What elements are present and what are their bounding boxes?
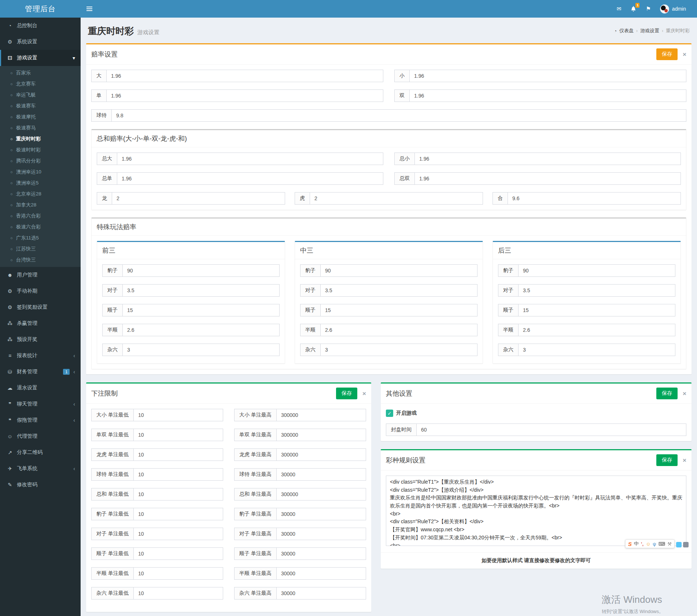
field-input[interactable] <box>409 70 686 82</box>
sidebar-item-list-8[interactable]: ≡报表统计‹ <box>0 348 81 364</box>
sidebar-item-gear-5[interactable]: ⚙签到奖励设置 <box>0 299 81 315</box>
close-time-input[interactable] <box>416 423 686 436</box>
odds-close-icon[interactable]: × <box>683 51 686 58</box>
sidebar-item-send-15[interactable]: ✈飞单系统‹ <box>0 461 81 477</box>
rules-save-button[interactable]: 保存 <box>656 454 678 466</box>
sidebar-item-cart-16[interactable]: ✎修改密码 <box>0 477 81 493</box>
sidebar-item-user-plus-13[interactable]: ☺代理管理 <box>0 428 81 444</box>
sidebar-subitem[interactable]: ○北京幸运28 <box>0 188 81 199</box>
field-input[interactable] <box>276 468 366 481</box>
field-input[interactable] <box>133 468 223 481</box>
flag-icon[interactable]: ⚑ <box>641 0 655 18</box>
sidebar-subitem[interactable]: ○极速赛车 <box>0 100 81 111</box>
sidebar-item-share-14[interactable]: ↗分享二维码 <box>0 444 81 461</box>
notifications-icon[interactable]: 1 <box>626 0 641 18</box>
sidebar-subitem[interactable]: ○北京赛车 <box>0 78 81 89</box>
field-input[interactable] <box>276 429 366 441</box>
field-input[interactable] <box>320 344 477 356</box>
sidebar-item-chat-11[interactable]: ❞聊天管理‹ <box>0 396 81 412</box>
tray-icon[interactable] <box>683 542 689 547</box>
sidebar-subitem[interactable]: ○极速赛马 <box>0 122 81 133</box>
sidebar-item-gear-4[interactable]: ⚙手动补期 <box>0 283 81 299</box>
sidebar-item-database-9[interactable]: ⛁财务管理1‹ <box>0 364 81 380</box>
field-input[interactable] <box>133 587 223 600</box>
sidebar-subitem[interactable]: ○加拿大28 <box>0 199 81 210</box>
field-input[interactable] <box>133 448 223 461</box>
ime-mic-icon[interactable]: ψ <box>653 541 656 547</box>
sogou-logo-icon[interactable]: S <box>628 541 632 547</box>
field-input[interactable] <box>122 324 280 336</box>
breadcrumb-dashboard[interactable]: 仪表盘 <box>619 27 634 34</box>
sidebar-subitem[interactable]: ○重庆时时彩 <box>0 133 81 144</box>
field-input[interactable] <box>310 192 483 205</box>
field-input[interactable] <box>518 284 675 297</box>
field-input[interactable] <box>414 153 681 165</box>
field-input[interactable] <box>276 448 366 461</box>
other-settings-close-icon[interactable]: × <box>683 390 686 397</box>
field-input[interactable] <box>276 587 366 600</box>
field-input[interactable] <box>518 324 675 336</box>
rules-textarea[interactable]: <div class="RuleT1">【重庆欢乐生肖】</div> <div … <box>386 476 686 546</box>
sidebar-subitem[interactable]: ○广东11选5 <box>0 232 81 243</box>
field-input[interactable] <box>320 304 477 316</box>
ime-chinese-mode-icon[interactable]: 中 <box>634 540 639 547</box>
field-input[interactable] <box>320 284 477 297</box>
field-input[interactable] <box>276 528 366 540</box>
sidebar-subitem[interactable]: ○澳洲幸运5 <box>0 177 81 188</box>
ime-toolbox-icon[interactable]: ⚒ <box>667 541 672 547</box>
sidebar-item-cloud-10[interactable]: ☁退水设置 <box>0 380 81 396</box>
sidebar-subitem[interactable]: ○台湾快三 <box>0 254 81 265</box>
field-input[interactable] <box>133 567 223 580</box>
field-input[interactable] <box>117 172 383 185</box>
odds-save-button[interactable]: 保存 <box>656 48 678 60</box>
ime-punctuation-icon[interactable]: ’, <box>641 541 643 547</box>
breadcrumb-game-settings[interactable]: 游戏设置 <box>640 27 659 34</box>
field-input[interactable] <box>276 547 366 560</box>
field-input[interactable] <box>518 264 675 277</box>
field-input[interactable] <box>518 304 675 316</box>
sidebar-subitem[interactable]: ○腾讯分分彩 <box>0 155 81 166</box>
sidebar-subitem[interactable]: ○澳洲幸运10 <box>0 166 81 177</box>
field-input[interactable] <box>106 89 383 102</box>
field-input[interactable] <box>122 264 280 277</box>
sidebar-item-users-3[interactable]: ☻用户管理 <box>0 267 81 283</box>
field-input[interactable] <box>133 508 223 520</box>
field-input[interactable] <box>122 284 280 297</box>
ime-emoji-icon[interactable]: ☺ <box>646 541 650 547</box>
field-input[interactable] <box>106 70 383 82</box>
field-input[interactable] <box>409 89 686 102</box>
tray-icon[interactable] <box>676 542 682 547</box>
field-input[interactable] <box>518 344 675 356</box>
sidebar-subitem[interactable]: ○极速摩托 <box>0 111 81 122</box>
field-input[interactable] <box>276 409 366 421</box>
rules-close-icon[interactable]: × <box>683 457 686 463</box>
bet-limit-save-button[interactable]: 保存 <box>336 388 357 399</box>
sidebar-item-cogs-1[interactable]: ⚙系统设置 <box>0 34 81 50</box>
field-input[interactable] <box>133 488 223 500</box>
sidebar-item-cubes-6[interactable]: ⁂杀赢管理 <box>0 315 81 331</box>
other-settings-save-button[interactable]: 保存 <box>656 388 678 399</box>
enable-game-checkbox-row[interactable]: ✓ 开启游戏 <box>386 410 686 417</box>
field-input[interactable] <box>122 344 280 356</box>
sidebar-subitem[interactable]: ○幸运飞艇 <box>0 89 81 100</box>
field-input[interactable] <box>133 409 223 421</box>
sidebar-item-cubes-7[interactable]: ⁂预设开奖 <box>0 331 81 348</box>
field-input[interactable] <box>276 508 366 520</box>
user-menu[interactable]: admin <box>656 0 690 18</box>
sidebar-subitem[interactable]: ○香港六合彩 <box>0 210 81 221</box>
sidebar-item-gauge-0[interactable]: ◔总控制台 <box>0 18 81 34</box>
field-input[interactable] <box>133 429 223 441</box>
sidebar-item-comment-12[interactable]: ❝假拖管理‹ <box>0 412 81 428</box>
ime-keyboard-icon[interactable]: ⌨ <box>659 541 665 547</box>
checkbox-checked-icon[interactable]: ✓ <box>386 410 393 417</box>
sidebar-subitem[interactable]: ○江苏快三 <box>0 243 81 254</box>
field-input[interactable] <box>508 192 681 205</box>
field-input[interactable] <box>320 324 477 336</box>
bet-limit-close-icon[interactable]: × <box>362 390 366 397</box>
sidebar-toggle-button[interactable] <box>81 0 98 18</box>
sidebar-subitem[interactable]: ○极速时时彩 <box>0 144 81 155</box>
field-input[interactable] <box>112 192 285 205</box>
field-input[interactable] <box>320 264 477 277</box>
field-input[interactable] <box>117 153 383 165</box>
messages-icon[interactable]: ✉ <box>612 0 626 18</box>
